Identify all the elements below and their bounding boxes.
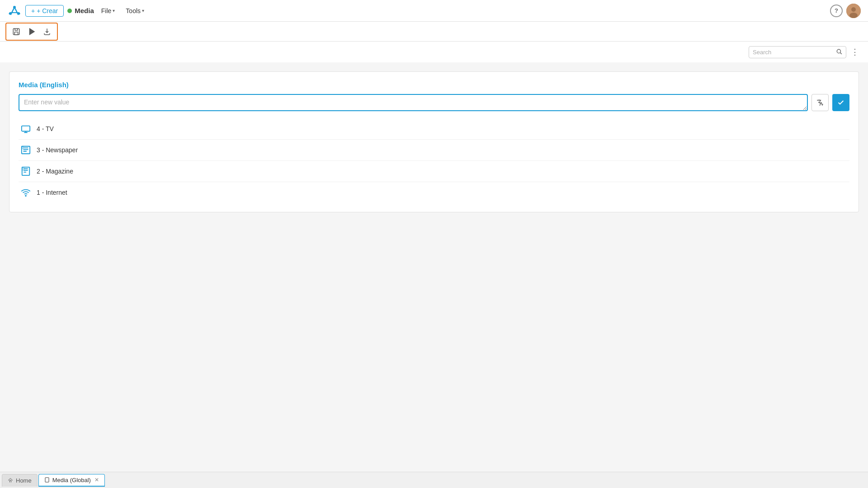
svg-point-16	[25, 195, 26, 196]
item-label: 1 - Internet	[37, 189, 67, 196]
top-navigation: + + Crear Media File ▾ Tools ▾ ?	[0, 0, 868, 22]
tools-menu[interactable]: Tools ▾	[122, 5, 148, 16]
svg-rect-13	[22, 146, 24, 149]
svg-rect-17	[45, 478, 49, 482]
tab-home[interactable]: Home	[2, 474, 38, 487]
search-button[interactable]	[836, 48, 842, 56]
main-content: Media (English)	[0, 62, 868, 472]
item-label: 3 - Newspaper	[37, 146, 78, 154]
tools-menu-label: Tools	[126, 7, 141, 14]
svg-rect-7	[14, 32, 18, 34]
tab-file-icon	[44, 477, 50, 483]
tab-close-button[interactable]: ✕	[94, 477, 99, 483]
confirm-button[interactable]	[832, 94, 849, 111]
file-menu-chevron: ▾	[113, 8, 115, 13]
media-list: 4 - TV 3 - Newspaper	[19, 118, 849, 203]
list-item[interactable]: 3 - Newspaper	[19, 140, 849, 161]
app-logo[interactable]	[7, 4, 22, 18]
tab-home-label: Home	[16, 477, 32, 484]
svg-line-10	[840, 52, 842, 54]
help-button[interactable]: ?	[830, 5, 843, 17]
create-button[interactable]: + + Crear	[25, 5, 64, 17]
create-plus-icon: +	[31, 7, 35, 14]
create-label: + Crear	[37, 7, 58, 14]
svg-point-2	[18, 12, 20, 14]
status-dot	[67, 9, 72, 13]
new-value-input[interactable]	[19, 94, 808, 111]
list-item[interactable]: 2 - Magazine	[19, 161, 849, 182]
list-item[interactable]: 4 - TV	[19, 118, 849, 140]
svg-rect-11	[22, 126, 30, 131]
svg-point-0	[13, 6, 16, 9]
tab-media-global-label: Media (Global)	[52, 477, 91, 483]
section-title: Media (English)	[19, 81, 849, 89]
search-area: ⋮	[0, 42, 868, 62]
list-item[interactable]: 1 - Internet	[19, 182, 849, 203]
run-button[interactable]	[24, 25, 39, 38]
svg-rect-15	[22, 167, 24, 170]
svg-point-9	[837, 49, 840, 53]
svg-marker-8	[30, 28, 35, 35]
bottom-tabs: Home Media (Global) ✕	[0, 472, 868, 488]
search-input[interactable]	[753, 49, 834, 56]
more-options-button[interactable]: ⋮	[849, 45, 861, 59]
toolbar-action-group	[5, 23, 58, 41]
item-label: 4 - TV	[37, 125, 54, 132]
search-box	[749, 46, 846, 58]
file-name: Media	[75, 7, 94, 14]
tools-menu-chevron: ▾	[142, 8, 144, 13]
content-card: Media (English)	[9, 71, 859, 212]
user-avatar[interactable]	[846, 4, 861, 18]
svg-point-5	[849, 13, 858, 18]
more-icon: ⋮	[851, 47, 859, 56]
new-value-row	[19, 94, 849, 111]
tab-media-global[interactable]: Media (Global) ✕	[38, 474, 105, 487]
magazine-icon	[20, 166, 31, 176]
home-icon	[8, 478, 13, 483]
wifi-icon	[20, 188, 31, 197]
item-label: 2 - Magazine	[37, 168, 73, 175]
export-button[interactable]	[40, 25, 54, 38]
newspaper-icon	[20, 145, 31, 155]
help-label: ?	[835, 7, 838, 14]
file-menu-label: File	[101, 7, 112, 14]
current-file-label: Media	[67, 7, 94, 14]
svg-point-1	[9, 12, 11, 14]
translate-button[interactable]	[811, 94, 829, 111]
toolbar	[0, 22, 868, 42]
tv-icon	[20, 124, 31, 134]
save-button[interactable]	[9, 25, 24, 38]
file-menu[interactable]: File ▾	[98, 5, 119, 16]
svg-point-4	[851, 7, 856, 12]
